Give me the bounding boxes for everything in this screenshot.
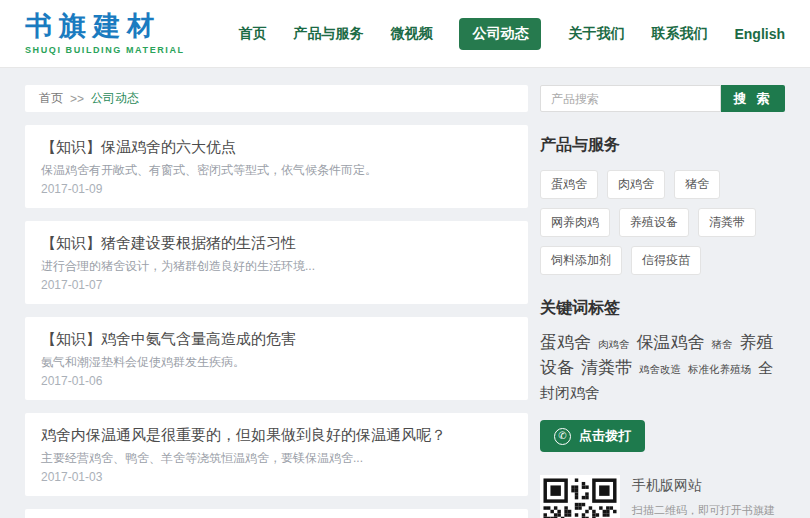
article-date: 2017-01-03 bbox=[41, 470, 512, 484]
product-tag[interactable]: 肉鸡舍 bbox=[607, 170, 665, 199]
company-logo[interactable]: 书旗建材 SHUQI BUILDING MATERIAL bbox=[25, 13, 185, 55]
breadcrumb-current-link[interactable]: 公司动态 bbox=[91, 90, 139, 107]
main-nav: 首页产品与服务微视频公司动态关于我们联系我们English bbox=[238, 18, 785, 50]
qr-code bbox=[540, 475, 620, 518]
nav-item[interactable]: 微视频 bbox=[390, 25, 432, 43]
article-card[interactable]: 【知识】保温鸡舍的六大优点 保温鸡舍有开敞式、有窗式、密闭式等型式，依气候条件而… bbox=[25, 125, 528, 208]
product-tag[interactable]: 网养肉鸡 bbox=[540, 208, 610, 237]
qr-section-description: 扫描二维码，即可打开书旗建材手机版网站，随时随地浏览、收藏、分享最新动态及产品，… bbox=[632, 502, 785, 518]
call-button-label: 点击拨打 bbox=[579, 427, 631, 445]
article-cards: 【知识】保温鸡舍的六大优点 保温鸡舍有开敞式、有窗式、密闭式等型式，依气候条件而… bbox=[25, 125, 528, 518]
article-description: 氨气和潮湿垫料会促使鸡群发生疾病。 bbox=[41, 355, 512, 369]
nav-item[interactable]: 首页 bbox=[238, 25, 266, 43]
keyword-tag[interactable]: 保温鸡舍 bbox=[637, 333, 705, 352]
nav-item[interactable]: 产品与服务 bbox=[293, 25, 363, 43]
qr-section: 手机版网站 扫描二维码，即可打开书旗建材手机版网站，随时随地浏览、收藏、分享最新… bbox=[540, 475, 785, 518]
nav-item[interactable]: 关于我们 bbox=[568, 25, 624, 43]
phone-icon: ✆ bbox=[554, 428, 571, 445]
article-description: 保温鸡舍有开敞式、有窗式、密闭式等型式，依气候条件而定。 bbox=[41, 163, 512, 177]
search-input[interactable] bbox=[540, 85, 721, 112]
article-date: 2017-01-09 bbox=[41, 182, 512, 196]
products-heading: 产品与服务 bbox=[540, 135, 785, 156]
product-tag[interactable]: 蛋鸡舍 bbox=[540, 170, 598, 199]
article-card[interactable]: 【知识】鸡舍中氨气含量高造成的危害 氨气和潮湿垫料会促使鸡群发生疾病。 2017… bbox=[25, 317, 528, 400]
product-search: 搜 索 bbox=[540, 85, 785, 112]
product-tag[interactable]: 饲料添加剂 bbox=[540, 246, 622, 275]
qr-sections: 手机版网站 扫描二维码，即可打开书旗建材手机版网站，随时随地浏览、收藏、分享最新… bbox=[540, 475, 785, 518]
keyword-tag[interactable]: 肉鸡舍 bbox=[598, 338, 630, 350]
article-description: 主要经营鸡舍、鸭舍、羊舍等浇筑恒温鸡舍，要镁保温鸡舍... bbox=[41, 451, 512, 465]
article-card[interactable]: 【知识】猪舍建设要根据猪的生活习性 进行合理的猪舍设计，为猪群创造良好的生活环境… bbox=[25, 221, 528, 304]
breadcrumb-separator: >> bbox=[70, 92, 84, 106]
nav-item[interactable]: 公司动态 bbox=[459, 18, 541, 50]
breadcrumb-home-link[interactable]: 首页 bbox=[39, 90, 63, 107]
breadcrumb: 首页 >> 公司动态 bbox=[25, 85, 528, 112]
keywords-heading: 关键词标签 bbox=[540, 298, 785, 319]
page-body: 首页 >> 公司动态 【知识】保温鸡舍的六大优点 保温鸡舍有开敞式、有窗式、密闭… bbox=[0, 68, 810, 518]
product-tags: 蛋鸡舍肉鸡舍猪舍网养肉鸡养殖设备清粪带饲料添加剂信得疫苗 bbox=[540, 170, 785, 275]
product-tag[interactable]: 信得疫苗 bbox=[631, 246, 701, 275]
qr-section-title: 手机版网站 bbox=[632, 477, 785, 495]
article-card[interactable]: 扬州一养殖场现豪华鸡舍 鸡吹空调听老歌 2016-11-29 bbox=[25, 509, 528, 518]
sidebar: 搜 索 产品与服务 蛋鸡舍肉鸡舍猪舍网养肉鸡养殖设备清粪带饲料添加剂信得疫苗 关… bbox=[540, 85, 785, 518]
product-tag[interactable]: 清粪带 bbox=[698, 208, 756, 237]
article-description: 进行合理的猪舍设计，为猪群创造良好的生活环境... bbox=[41, 259, 512, 273]
logo-title: 书旗建材 bbox=[25, 13, 185, 40]
article-title[interactable]: 【知识】保温鸡舍的六大优点 bbox=[41, 137, 512, 156]
keyword-tag[interactable]: 鸡舍改造 bbox=[639, 363, 681, 375]
keyword-tag[interactable]: 标准化养殖场 bbox=[688, 363, 751, 375]
article-date: 2017-01-07 bbox=[41, 278, 512, 292]
search-button[interactable]: 搜 索 bbox=[721, 85, 785, 112]
keyword-tag[interactable]: 猪舍 bbox=[712, 338, 733, 350]
article-card[interactable]: 鸡舍内保温通风是很重要的，但如果做到良好的保温通风呢？ 主要经营鸡舍、鸭舍、羊舍… bbox=[25, 413, 528, 496]
page: 书旗建材 SHUQI BUILDING MATERIAL 首页产品与服务微视频公… bbox=[0, 0, 810, 518]
keyword-tag[interactable]: 清粪带 bbox=[581, 358, 632, 377]
article-list: 首页 >> 公司动态 【知识】保温鸡舍的六大优点 保温鸡舍有开敞式、有窗式、密闭… bbox=[25, 85, 528, 518]
article-title[interactable]: 鸡舍内保温通风是很重要的，但如果做到良好的保温通风呢？ bbox=[41, 425, 512, 444]
logo-subtitle: SHUQI BUILDING MATERIAL bbox=[25, 45, 185, 55]
product-tag[interactable]: 猪舍 bbox=[674, 170, 720, 199]
article-title[interactable]: 【知识】鸡舍中氨气含量高造成的危害 bbox=[41, 329, 512, 348]
nav-item[interactable]: English bbox=[734, 26, 785, 42]
nav-item[interactable]: 联系我们 bbox=[651, 25, 707, 43]
keyword-cloud: 蛋鸡舍肉鸡舍保温鸡舍猪舍养殖设备清粪带鸡舍改造标准化养殖场全封闭鸡舍 bbox=[540, 331, 785, 404]
keyword-tag[interactable]: 蛋鸡舍 bbox=[540, 333, 591, 352]
product-tag[interactable]: 养殖设备 bbox=[619, 208, 689, 237]
article-date: 2017-01-06 bbox=[41, 374, 512, 388]
click-to-call-button[interactable]: ✆ 点击拨打 bbox=[540, 420, 645, 452]
header: 书旗建材 SHUQI BUILDING MATERIAL 首页产品与服务微视频公… bbox=[0, 0, 810, 68]
article-title[interactable]: 【知识】猪舍建设要根据猪的生活习性 bbox=[41, 233, 512, 252]
